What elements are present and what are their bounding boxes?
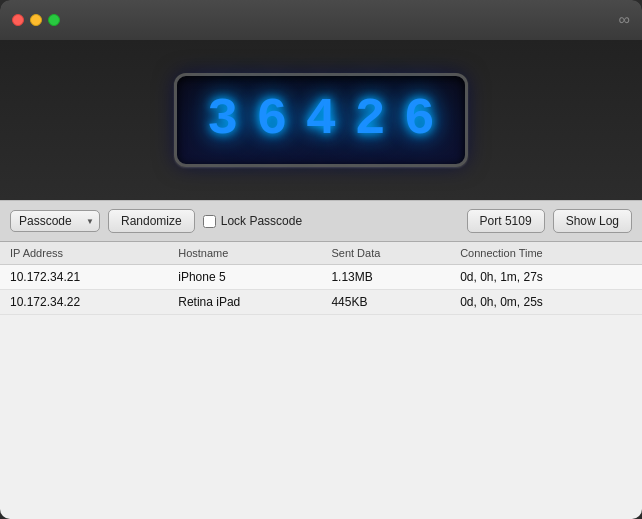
- lock-passcode-checkbox[interactable]: [203, 215, 216, 228]
- table-header-cell: Connection Time: [450, 242, 642, 265]
- table-cell-ip: 10.172.34.21: [0, 265, 168, 290]
- link-icon: ∞: [619, 11, 630, 29]
- passcode-digit: 6: [404, 94, 435, 146]
- table-cell-hostname: Retina iPad: [168, 290, 321, 315]
- table-header-cell: IP Address: [0, 242, 168, 265]
- table-header-cell: Hostname: [168, 242, 321, 265]
- toolbar: PasscodeUSB Randomize Lock Passcode Port…: [0, 200, 642, 242]
- passcode-digit: 4: [305, 94, 336, 146]
- show-log-button[interactable]: Show Log: [553, 209, 632, 233]
- port-button[interactable]: Port 5109: [467, 209, 545, 233]
- passcode-select[interactable]: PasscodeUSB: [10, 210, 100, 232]
- table-cell-time: 0d, 0h, 1m, 27s: [450, 265, 642, 290]
- table-row: 10.172.34.22Retina iPad445KB0d, 0h, 0m, …: [0, 290, 642, 315]
- table-row: 10.172.34.21iPhone 51.13MB0d, 0h, 1m, 27…: [0, 265, 642, 290]
- table-area: IP AddressHostnameSent DataConnection Ti…: [0, 242, 642, 519]
- close-button[interactable]: [12, 14, 24, 26]
- connections-table: IP AddressHostnameSent DataConnection Ti…: [0, 242, 642, 315]
- passcode-select-wrapper[interactable]: PasscodeUSB: [10, 210, 100, 232]
- table-cell-hostname: iPhone 5: [168, 265, 321, 290]
- passcode-digit: 6: [256, 94, 287, 146]
- lock-passcode-label[interactable]: Lock Passcode: [203, 214, 302, 228]
- table-cell-sent: 445KB: [321, 290, 450, 315]
- table-header-cell: Sent Data: [321, 242, 450, 265]
- passcode-display: 36426: [174, 73, 468, 167]
- table-cell-time: 0d, 0h, 0m, 25s: [450, 290, 642, 315]
- title-bar: ∞: [0, 0, 642, 40]
- display-area: 36426: [0, 40, 642, 200]
- table-body: 10.172.34.21iPhone 51.13MB0d, 0h, 1m, 27…: [0, 265, 642, 315]
- lock-passcode-text: Lock Passcode: [221, 214, 302, 228]
- table-header-row: IP AddressHostnameSent DataConnection Ti…: [0, 242, 642, 265]
- passcode-digit: 3: [207, 94, 238, 146]
- table-cell-ip: 10.172.34.22: [0, 290, 168, 315]
- passcode-digit: 2: [355, 94, 386, 146]
- maximize-button[interactable]: [48, 14, 60, 26]
- table-cell-sent: 1.13MB: [321, 265, 450, 290]
- traffic-lights: [12, 14, 60, 26]
- randomize-button[interactable]: Randomize: [108, 209, 195, 233]
- title-bar-icons: ∞: [619, 11, 630, 29]
- minimize-button[interactable]: [30, 14, 42, 26]
